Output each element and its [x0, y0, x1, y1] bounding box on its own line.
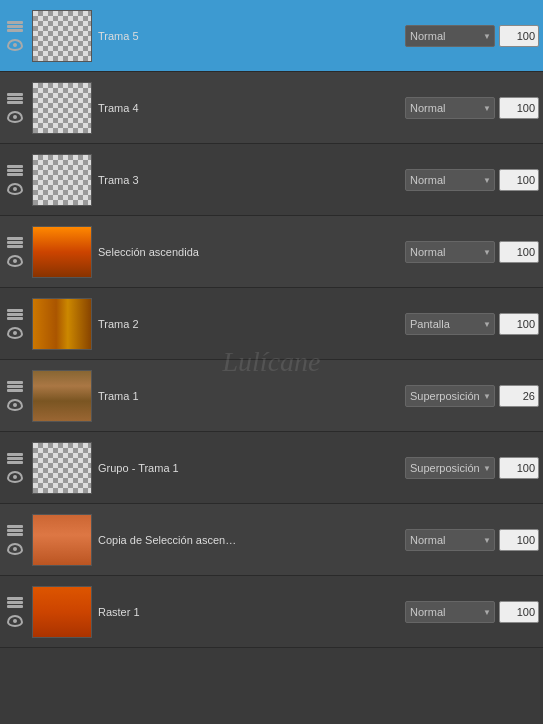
layer-name-trama2: Trama 2	[98, 318, 405, 330]
layer-thumbnail-grupo-trama1	[32, 442, 92, 494]
blend-mode-select-trama5[interactable]: NormalDisolverOscurecerMultiplicarGravar…	[405, 25, 495, 47]
layer-name-grupo-trama1: Grupo - Trama 1	[98, 462, 405, 474]
layer-thumbnail-trama2	[32, 298, 92, 350]
blend-mode-wrapper-raster1: NormalDisolverOscurecerMultiplicarGravar…	[405, 601, 495, 623]
layer-name-trama1: Trama 1	[98, 390, 405, 402]
blend-mode-wrapper-trama5: NormalDisolverOscurecerMultiplicarGravar…	[405, 25, 495, 47]
blend-mode-wrapper-seleccion-ascendida: NormalDisolverOscurecerMultiplicarGravar…	[405, 241, 495, 263]
layer-thumbnail-trama1	[32, 370, 92, 422]
layer-controls-copia-seleccion: NormalDisolverOscurecerMultiplicarGravar…	[405, 529, 539, 551]
visibility-icon[interactable]	[7, 183, 23, 195]
layers-icon	[7, 525, 23, 539]
blend-mode-select-trama2[interactable]: NormalDisolverOscurecerMultiplicarGravar…	[405, 313, 495, 335]
layer-thumbnail-copia-seleccion	[32, 514, 92, 566]
layers-panel: Lulícane Trama 5NormalDisolverOscurecerM…	[0, 0, 543, 648]
blend-mode-select-trama3[interactable]: NormalDisolverOscurecerMultiplicarGravar…	[405, 169, 495, 191]
layer-icons-trama3	[4, 165, 26, 195]
blend-mode-select-trama4[interactable]: NormalDisolverOscurecerMultiplicarGravar…	[405, 97, 495, 119]
visibility-icon[interactable]	[7, 327, 23, 339]
layer-controls-raster1: NormalDisolverOscurecerMultiplicarGravar…	[405, 601, 539, 623]
blend-mode-select-copia-seleccion[interactable]: NormalDisolverOscurecerMultiplicarGravar…	[405, 529, 495, 551]
layer-row-trama1[interactable]: Trama 1NormalDisolverOscurecerMultiplica…	[0, 360, 543, 432]
opacity-input-trama1[interactable]	[499, 385, 539, 407]
layer-thumbnail-trama4	[32, 82, 92, 134]
layer-name-raster1: Raster 1	[98, 606, 405, 618]
layers-icon	[7, 309, 23, 323]
layer-icons-grupo-trama1	[4, 453, 26, 483]
layer-controls-trama5: NormalDisolverOscurecerMultiplicarGravar…	[405, 25, 539, 47]
layers-icon	[7, 237, 23, 251]
layer-thumbnail-trama3	[32, 154, 92, 206]
blend-mode-wrapper-grupo-trama1: NormalDisolverOscurecerMultiplicarGravar…	[405, 457, 495, 479]
layer-icons-trama5	[4, 21, 26, 51]
visibility-icon[interactable]	[7, 111, 23, 123]
opacity-input-grupo-trama1[interactable]	[499, 457, 539, 479]
layer-controls-seleccion-ascendida: NormalDisolverOscurecerMultiplicarGravar…	[405, 241, 539, 263]
layer-row-trama3[interactable]: Trama 3NormalDisolverOscurecerMultiplica…	[0, 144, 543, 216]
layer-name-trama5: Trama 5	[98, 30, 405, 42]
blend-mode-select-raster1[interactable]: NormalDisolverOscurecerMultiplicarGravar…	[405, 601, 495, 623]
layer-row-seleccion-ascendida[interactable]: Selección ascendidaNormalDisolverOscurec…	[0, 216, 543, 288]
opacity-input-trama5[interactable]	[499, 25, 539, 47]
blend-mode-wrapper-trama1: NormalDisolverOscurecerMultiplicarGravar…	[405, 385, 495, 407]
layer-row-trama5[interactable]: Trama 5NormalDisolverOscurecerMultiplica…	[0, 0, 543, 72]
blend-mode-wrapper-trama4: NormalDisolverOscurecerMultiplicarGravar…	[405, 97, 495, 119]
layer-controls-trama2: NormalDisolverOscurecerMultiplicarGravar…	[405, 313, 539, 335]
blend-mode-select-seleccion-ascendida[interactable]: NormalDisolverOscurecerMultiplicarGravar…	[405, 241, 495, 263]
layer-row-grupo-trama1[interactable]: Grupo - Trama 1NormalDisolverOscurecerMu…	[0, 432, 543, 504]
layer-icons-trama4	[4, 93, 26, 123]
blend-mode-wrapper-trama3: NormalDisolverOscurecerMultiplicarGravar…	[405, 169, 495, 191]
opacity-input-trama3[interactable]	[499, 169, 539, 191]
blend-mode-select-grupo-trama1[interactable]: NormalDisolverOscurecerMultiplicarGravar…	[405, 457, 495, 479]
layer-controls-trama3: NormalDisolverOscurecerMultiplicarGravar…	[405, 169, 539, 191]
layers-icon	[7, 597, 23, 611]
opacity-input-trama2[interactable]	[499, 313, 539, 335]
opacity-input-seleccion-ascendida[interactable]	[499, 241, 539, 263]
layer-name-seleccion-ascendida: Selección ascendida	[98, 246, 405, 258]
opacity-input-raster1[interactable]	[499, 601, 539, 623]
layers-icon	[7, 453, 23, 467]
layer-thumbnail-raster1	[32, 586, 92, 638]
layer-name-trama4: Trama 4	[98, 102, 405, 114]
layer-thumbnail-trama5	[32, 10, 92, 62]
layer-icons-seleccion-ascendida	[4, 237, 26, 267]
opacity-input-trama4[interactable]	[499, 97, 539, 119]
blend-mode-wrapper-trama2: NormalDisolverOscurecerMultiplicarGravar…	[405, 313, 495, 335]
layer-row-copia-seleccion[interactable]: Copia de Selección ascen…NormalDisolverO…	[0, 504, 543, 576]
visibility-icon[interactable]	[7, 471, 23, 483]
visibility-icon[interactable]	[7, 399, 23, 411]
layers-icon	[7, 381, 23, 395]
visibility-icon[interactable]	[7, 543, 23, 555]
layer-icons-copia-seleccion	[4, 525, 26, 555]
blend-mode-wrapper-copia-seleccion: NormalDisolverOscurecerMultiplicarGravar…	[405, 529, 495, 551]
layer-icons-trama1	[4, 381, 26, 411]
layer-controls-grupo-trama1: NormalDisolverOscurecerMultiplicarGravar…	[405, 457, 539, 479]
layer-icons-raster1	[4, 597, 26, 627]
visibility-icon[interactable]	[7, 615, 23, 627]
layer-controls-trama1: NormalDisolverOscurecerMultiplicarGravar…	[405, 385, 539, 407]
layer-thumbnail-seleccion-ascendida	[32, 226, 92, 278]
layer-row-raster1[interactable]: Raster 1NormalDisolverOscurecerMultiplic…	[0, 576, 543, 648]
visibility-icon[interactable]	[7, 255, 23, 267]
layer-row-trama4[interactable]: Trama 4NormalDisolverOscurecerMultiplica…	[0, 72, 543, 144]
opacity-input-copia-seleccion[interactable]	[499, 529, 539, 551]
layers-icon	[7, 93, 23, 107]
layer-icons-trama2	[4, 309, 26, 339]
layers-icon	[7, 165, 23, 179]
blend-mode-select-trama1[interactable]: NormalDisolverOscurecerMultiplicarGravar…	[405, 385, 495, 407]
layer-row-trama2[interactable]: Trama 2NormalDisolverOscurecerMultiplica…	[0, 288, 543, 360]
visibility-icon[interactable]	[7, 39, 23, 51]
layers-icon	[7, 21, 23, 35]
layer-name-copia-seleccion: Copia de Selección ascen…	[98, 534, 405, 546]
layer-name-trama3: Trama 3	[98, 174, 405, 186]
layer-controls-trama4: NormalDisolverOscurecerMultiplicarGravar…	[405, 97, 539, 119]
